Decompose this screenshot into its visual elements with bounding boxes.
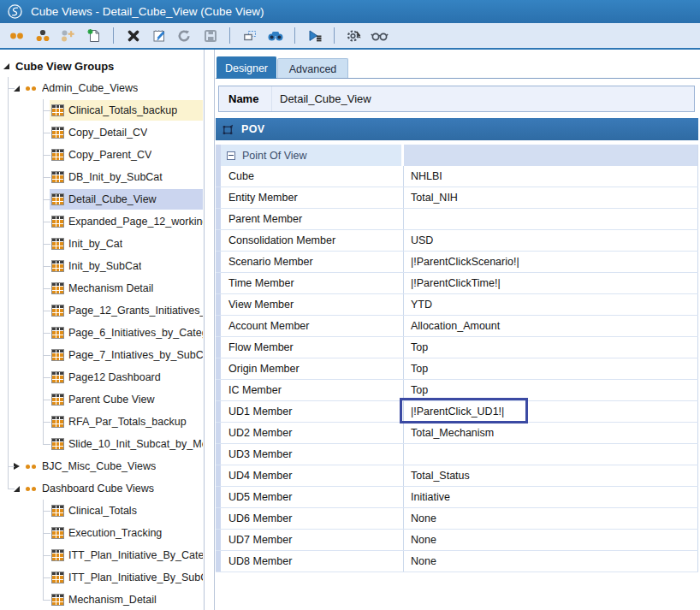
pov-row-origin-member[interactable]: Origin Member Top (216, 358, 698, 380)
pov-row-value[interactable]: Total_NIH (404, 187, 698, 208)
pov-row-ud5-member[interactable]: UD5 Member Initiative (216, 487, 698, 508)
pov-row-value[interactable]: Top (404, 358, 698, 379)
tree-item-inner[interactable]: Copy_Detail_CV (50, 122, 203, 143)
pov-row-value[interactable]: Top (404, 380, 698, 400)
pov-row-ud7-member[interactable]: UD7 Member None (216, 530, 698, 551)
pov-row-value[interactable]: Total_Status (404, 465, 698, 486)
pov-row-value[interactable] (404, 444, 698, 465)
pov-row-value[interactable]: Top (404, 337, 698, 358)
expanded-triangle-icon[interactable] (14, 86, 20, 92)
tree-item-init-by-cat[interactable]: Init_by_Cat (0, 233, 203, 255)
pov-row-value[interactable]: USD (404, 230, 698, 251)
name-field-value[interactable]: Detail_Cube_View (272, 92, 371, 105)
tree-item-copy-parent-cv[interactable]: Copy_Parent_CV (0, 144, 203, 166)
preview-glasses-icon[interactable] (368, 26, 391, 45)
tree-group-dashboard-cube-views[interactable]: Dashboard Cube Views (0, 477, 203, 500)
run-cube-view-icon[interactable] (303, 26, 326, 45)
tree-item-inner[interactable]: Mechanism Detail (50, 278, 203, 299)
tree-item-inner[interactable]: Mechanism_Detail (50, 589, 203, 610)
cube-view-groups-icon[interactable] (5, 26, 28, 45)
save-icon[interactable] (199, 26, 222, 45)
pov-row-value[interactable]: YTD (404, 294, 698, 315)
pov-row-entity-member[interactable]: Entity Member Total_NIH (216, 187, 698, 209)
pov-row-view-member[interactable]: View Member YTD (216, 294, 698, 316)
pov-row-cube[interactable]: Cube NHLBI (216, 166, 698, 187)
pov-row-consolidation-member[interactable]: Consolidation Member USD (216, 230, 698, 252)
tree-item-inner[interactable]: Slide_10_Init_Subcat_by_Me (50, 434, 203, 454)
collapse-minus-icon[interactable] (227, 151, 235, 160)
tree-item-inner[interactable]: Parent Cube View (50, 389, 203, 410)
new-document-icon[interactable] (82, 26, 105, 45)
tree-item-copy-detail-cv[interactable]: Copy_Detail_CV (0, 121, 203, 144)
tree-item-page-6-initiatives-by-categ[interactable]: Page_6_Initiatives_by_Categ (0, 322, 203, 344)
design-gear-icon[interactable] (342, 26, 365, 45)
delete-icon[interactable] (122, 26, 145, 45)
pov-row-value[interactable] (404, 209, 698, 229)
tree-item-inner[interactable]: Page_6_Initiatives_by_Categ (50, 323, 203, 343)
tree-item-itt-plan-initiative-by-categ[interactable]: ITT_Plan_Initiative_By_Categ (0, 544, 203, 566)
pov-row-ic-member[interactable]: IC Member Top (216, 380, 698, 401)
tree-item-inner[interactable]: Clinical_Totals (50, 500, 203, 521)
tree-item-inner[interactable]: Init_by_Cat (50, 234, 203, 254)
pov-row-value[interactable]: Total_Mechanism (404, 423, 698, 443)
find-binoculars-icon[interactable] (264, 26, 287, 45)
pov-row-ud4-member[interactable]: UD4 Member Total_Status (216, 465, 698, 487)
group-dots-icon[interactable] (31, 26, 54, 45)
tree-item-init-by-subcat[interactable]: Init_by_SubCat (0, 255, 203, 277)
pov-row-ud8-member[interactable]: UD8 Member None (216, 551, 698, 572)
tree-item-clinical-totals[interactable]: Clinical_Totals (0, 500, 203, 522)
tree-item-detail-cube-view[interactable]: Detail_Cube_View (0, 188, 203, 210)
tree-item-itt-plan-initiative-by-subc[interactable]: ITT_Plan_Initiative_By_SubC (0, 566, 203, 589)
tab-advanced[interactable]: Advanced (277, 58, 348, 79)
tree-item-inner[interactable]: Execution_Tracking (50, 523, 203, 543)
tab-designer[interactable]: Designer (217, 56, 276, 79)
pov-row-value[interactable]: None (404, 551, 698, 572)
tree-item-inner[interactable]: Page12 Dashboard (50, 367, 203, 388)
tree-item-inner[interactable]: Page_12_Grants_Initiatives_ (50, 300, 203, 321)
pov-row-value[interactable]: None (404, 508, 698, 529)
pov-row-parent-member[interactable]: Parent Member (216, 209, 698, 230)
tree-item-inner[interactable]: ITT_Plan_Initiative_By_Categ (50, 545, 203, 566)
refresh-icon[interactable] (173, 26, 196, 45)
tree-item-page12-dashboard[interactable]: Page12 Dashboard (0, 366, 203, 388)
add-member-icon[interactable] (56, 26, 80, 45)
tree-item-mechanism-detail[interactable]: Mechanism Detail (0, 277, 203, 299)
tree-item-page-12-grants-initiatives[interactable]: Page_12_Grants_Initiatives_ (0, 299, 203, 322)
tree-item-clinical-totals-backup[interactable]: Clinical_Totals_backup (0, 99, 203, 121)
expanded-triangle-icon[interactable] (14, 486, 20, 492)
tree-item-parent-cube-view[interactable]: Parent Cube View (0, 388, 203, 411)
pov-row-value[interactable]: |!ParentClickScenario!| (404, 252, 698, 272)
pov-row-value[interactable]: |!ParentClickTime!| (404, 273, 698, 293)
pov-row-ud2-member[interactable]: UD2 Member Total_Mechanism (216, 423, 698, 444)
tree-item-inner[interactable]: RFA_Par_Totals_backup (50, 412, 203, 432)
pov-row-ud3-member[interactable]: UD3 Member (216, 444, 698, 465)
pov-row-scenario-member[interactable]: Scenario Member |!ParentClickScenario!| (216, 252, 698, 273)
tree-group-admin-cube-views[interactable]: Admin_Cube_Views (0, 77, 203, 99)
tree-item-db-init-by-subcat[interactable]: DB_Init_by_SubCat (0, 166, 203, 188)
expanded-triangle-icon[interactable] (3, 63, 9, 69)
collapsed-triangle-icon[interactable] (14, 463, 20, 470)
pov-row-value[interactable]: None (404, 530, 698, 550)
pov-row-value[interactable]: |!ParentClick_UD1!| (404, 401, 698, 422)
tree-item-slide-10-init-subcat-by-me[interactable]: Slide_10_Init_Subcat_by_Me (0, 433, 203, 455)
pov-row-value[interactable]: Allocation_Amount (404, 316, 698, 336)
pov-row-flow-member[interactable]: Flow Member Top (216, 337, 698, 358)
pov-row-value[interactable]: NHLBI (404, 166, 698, 187)
tree-item-expanded-page-12-working[interactable]: Expanded_Page_12_working (0, 210, 203, 233)
panel-splitter[interactable] (214, 50, 215, 610)
tree-item-rfa-par-totals-backup[interactable]: RFA_Par_Totals_backup (0, 411, 203, 433)
tree-item-inner[interactable]: ITT_Plan_Initiative_By_SubC (50, 567, 203, 588)
tree-item-inner[interactable]: Clinical_Totals_backup (50, 100, 203, 121)
pov-row-value[interactable]: Initiative (404, 487, 698, 507)
restore-window-icon[interactable] (238, 26, 261, 45)
panel-splitter[interactable] (204, 50, 205, 610)
edit-icon[interactable] (147, 26, 170, 45)
tree-item-mechanism-detail[interactable]: Mechanism_Detail (0, 589, 203, 610)
tree-item-inner[interactable]: Init_by_SubCat (50, 256, 203, 276)
pov-row-account-member[interactable]: Account Member Allocation_Amount (216, 316, 698, 337)
tree-item-execution-tracking[interactable]: Execution_Tracking (0, 522, 203, 544)
tree-item-inner[interactable]: Page_7_Intiatives_by_SubCa (50, 345, 203, 365)
pov-row-ud6-member[interactable]: UD6 Member None (216, 508, 698, 530)
tree-item-inner[interactable]: DB_Init_by_SubCat (50, 167, 203, 187)
tree-root-cube-view-groups[interactable]: Cube View Groups (0, 55, 203, 77)
